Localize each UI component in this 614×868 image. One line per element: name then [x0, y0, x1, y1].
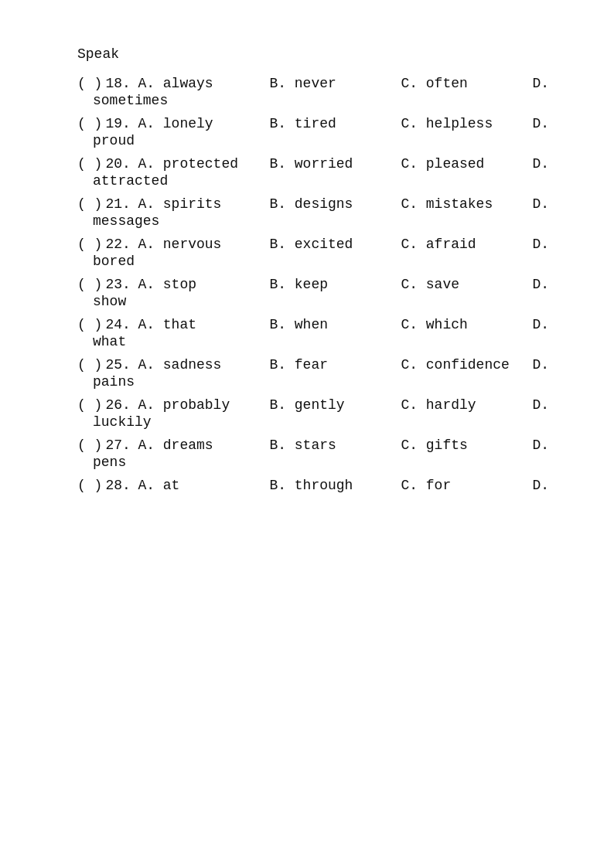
question-row: ( ) 22.A. nervousB. excitedC. afraidD. [77, 237, 552, 252]
answer-blank[interactable]: ( ) [77, 156, 102, 172]
choice-c: C. confidence [401, 357, 532, 373]
question-number: 23. [105, 277, 138, 292]
choice-b: B. tired [269, 116, 401, 131]
question-block: ( ) 18.A. alwaysB. neverC. oftenD.someti… [77, 76, 552, 108]
choice-a: A. stop [138, 277, 269, 292]
choice-a: A. that [138, 317, 269, 332]
choice-c: C. for [401, 478, 532, 493]
questions-list: ( ) 18.A. alwaysB. neverC. oftenD.someti… [77, 76, 552, 493]
choice-d-answer: luckily [93, 414, 552, 430]
choice-d-answer: what [93, 334, 552, 349]
answer-blank[interactable]: ( ) [77, 76, 102, 91]
choice-d-label: D. [532, 397, 549, 413]
question-block: ( ) 26.A. probablyB. gentlyC. hardlyD.lu… [77, 397, 552, 430]
question-number: 22. [105, 237, 138, 252]
choice-b: B. never [269, 76, 401, 91]
choice-b: B. worried [269, 156, 401, 172]
question-number: 28. [105, 478, 138, 493]
question-number: 21. [105, 196, 138, 212]
answer-blank[interactable]: ( ) [77, 116, 102, 131]
choice-d-label: D. [532, 196, 549, 212]
choice-d-answer: attracted [93, 173, 552, 189]
choice-d-label: D. [532, 357, 549, 373]
choice-d-label: D. [532, 277, 549, 292]
answer-blank[interactable]: ( ) [77, 237, 102, 252]
choice-c: C. which [401, 317, 532, 332]
question-row: ( ) 25.A. sadnessB. fearC. confidenceD. [77, 357, 552, 373]
choice-b: B. keep [269, 277, 401, 292]
choice-d-answer: proud [93, 133, 552, 148]
choice-d-label: D. [532, 116, 549, 131]
choice-a: A. protected [138, 156, 269, 172]
question-row: ( ) 27.A. dreamsB. starsC. giftsD. [77, 437, 552, 453]
question-row: ( ) 21.A. spiritsB. designsC. mistakesD. [77, 196, 552, 212]
answer-blank[interactable]: ( ) [77, 277, 102, 292]
question-block: ( ) 23.A. stopB. keepC. saveD.show [77, 277, 552, 309]
choice-d-label: D. [532, 478, 549, 493]
choice-a: A. probably [138, 397, 269, 413]
choice-c: C. often [401, 76, 532, 91]
choice-c: C. hardly [401, 397, 532, 413]
question-number: 25. [105, 357, 138, 373]
question-row: ( ) 19.A. lonelyB. tiredC. helplessD. [77, 116, 552, 131]
answer-blank[interactable]: ( ) [77, 437, 102, 453]
question-block: ( ) 20.A. protectedB. worriedC. pleasedD… [77, 156, 552, 189]
question-block: ( ) 22.A. nervousB. excitedC. afraidD.bo… [77, 237, 552, 269]
answer-blank[interactable]: ( ) [77, 397, 102, 413]
choice-b: B. stars [269, 437, 401, 453]
answer-blank[interactable]: ( ) [77, 196, 102, 212]
choice-c: C. afraid [401, 237, 532, 252]
answer-blank[interactable]: ( ) [77, 357, 102, 373]
choice-d-label: D. [532, 76, 549, 91]
question-block: ( ) 27.A. dreamsB. starsC. giftsD.pens [77, 437, 552, 470]
choice-a: A. lonely [138, 116, 269, 131]
choice-b: B. fear [269, 357, 401, 373]
question-number: 20. [105, 156, 138, 172]
question-block: ( ) 25.A. sadnessB. fearC. confidenceD.p… [77, 357, 552, 390]
question-block: ( ) 19.A. lonelyB. tiredC. helplessD.pro… [77, 116, 552, 148]
choice-b: B. when [269, 317, 401, 332]
question-row: ( ) 18.A. alwaysB. neverC. oftenD. [77, 76, 552, 91]
choice-c: C. pleased [401, 156, 532, 172]
choice-c: C. helpless [401, 116, 532, 131]
choice-d-label: D. [532, 317, 549, 332]
question-block: ( ) 24.A. thatB. whenC. whichD.what [77, 317, 552, 349]
question-number: 27. [105, 437, 138, 453]
question-row: ( ) 28.A. atB. throughC. forD. [77, 478, 552, 493]
choice-c: C. mistakes [401, 196, 532, 212]
question-row: ( ) 20.A. protectedB. worriedC. pleasedD… [77, 156, 552, 172]
question-number: 24. [105, 317, 138, 332]
choice-d-answer: sometimes [93, 93, 552, 108]
choice-b: B. gently [269, 397, 401, 413]
choice-b: B. excited [269, 237, 401, 252]
choice-a: A. at [138, 478, 269, 493]
choice-b: B. through [269, 478, 401, 493]
title: Speak [77, 46, 552, 62]
question-row: ( ) 24.A. thatB. whenC. whichD. [77, 317, 552, 332]
question-number: 18. [105, 76, 138, 91]
choice-b: B. designs [269, 196, 401, 212]
choice-c: C. save [401, 277, 532, 292]
choice-d-label: D. [532, 437, 549, 453]
choice-d-answer: pains [93, 374, 552, 390]
choice-a: A. sadness [138, 357, 269, 373]
choice-d-answer: pens [93, 454, 552, 470]
question-number: 26. [105, 397, 138, 413]
choice-d-answer: show [93, 294, 552, 309]
choice-a: A. nervous [138, 237, 269, 252]
choice-d-answer: messages [93, 213, 552, 229]
question-row: ( ) 26.A. probablyB. gentlyC. hardlyD. [77, 397, 552, 413]
choice-c: C. gifts [401, 437, 532, 453]
choice-d-label: D. [532, 237, 549, 252]
choice-a: A. spirits [138, 196, 269, 212]
choice-d-answer: bored [93, 254, 552, 269]
question-number: 19. [105, 116, 138, 131]
choice-a: A. dreams [138, 437, 269, 453]
question-row: ( ) 23.A. stopB. keepC. saveD. [77, 277, 552, 292]
answer-blank[interactable]: ( ) [77, 317, 102, 332]
choice-a: A. always [138, 76, 269, 91]
choice-d-label: D. [532, 156, 549, 172]
answer-blank[interactable]: ( ) [77, 478, 102, 493]
question-block: ( ) 28.A. atB. throughC. forD. [77, 478, 552, 493]
question-block: ( ) 21.A. spiritsB. designsC. mistakesD.… [77, 196, 552, 229]
